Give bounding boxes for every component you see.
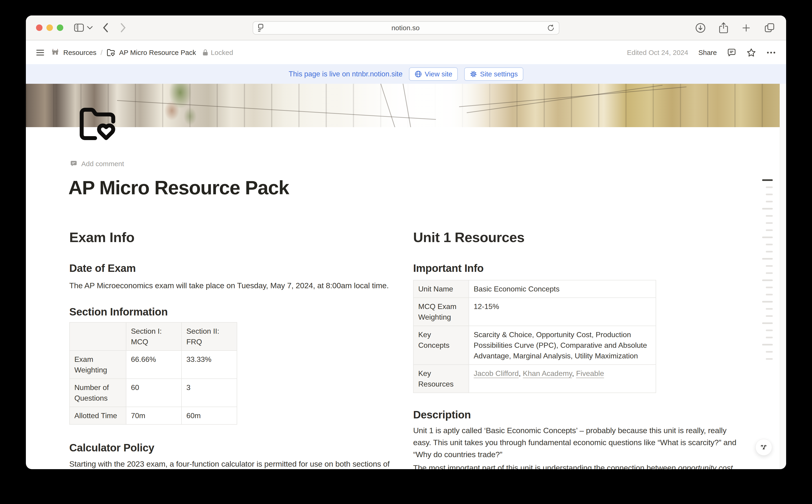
heading-exam-info[interactable]: Exam Info xyxy=(69,229,403,246)
page-title[interactable]: AP Micro Resource Pack xyxy=(68,177,289,199)
globe-icon xyxy=(415,70,422,78)
text-line: easy. This unit takes you through fundam… xyxy=(413,436,746,448)
description-paragraph-1[interactable]: Unit 1 is aptly called ‘Basic Economic C… xyxy=(413,424,746,460)
heading-date-of-exam[interactable]: Date of Exam xyxy=(69,261,403,275)
outline-mark[interactable] xyxy=(766,251,773,252)
outline-mark[interactable] xyxy=(766,337,773,338)
notion-topbar: Resources / AP Micro Resource Pack Locke… xyxy=(26,41,786,64)
table-row: Unit NameBasic Economic Concepts xyxy=(413,280,656,298)
table-cell: 33.33% xyxy=(181,351,237,379)
share-page-button[interactable]: Share xyxy=(698,49,717,57)
chevron-down-icon[interactable] xyxy=(87,26,93,30)
add-comment-button[interactable]: Add comment xyxy=(70,160,124,168)
heading-important-info[interactable]: Important Info xyxy=(413,261,746,275)
new-tab-icon[interactable] xyxy=(741,23,751,33)
reader-view-icon[interactable] xyxy=(257,24,264,32)
add-comment-label: Add comment xyxy=(81,160,124,168)
outline-mark[interactable] xyxy=(766,215,773,217)
outline-mark[interactable] xyxy=(766,287,773,288)
resource-link[interactable]: Fiveable xyxy=(576,369,604,378)
sidebar-toggle-icon[interactable] xyxy=(74,24,84,32)
comments-icon[interactable] xyxy=(727,48,736,57)
outline-mark[interactable] xyxy=(766,294,773,295)
text-line: The most important part of this unit is … xyxy=(413,462,746,469)
outline-mark[interactable] xyxy=(762,279,773,281)
zoom-window-button[interactable] xyxy=(57,24,63,31)
live-site-message: This page is live on ntnbr.notion.site xyxy=(289,70,403,78)
outline-mark[interactable] xyxy=(766,222,773,224)
date-of-exam-text[interactable]: The AP Microeconomics exam will take pla… xyxy=(69,279,403,291)
outline-mark[interactable] xyxy=(766,194,773,195)
table-row: Number of Questions603 xyxy=(69,379,237,407)
downloads-icon[interactable] xyxy=(695,23,706,33)
close-window-button[interactable] xyxy=(36,24,42,31)
address-bar[interactable]: notion.so xyxy=(253,21,559,35)
heading-calculator-policy[interactable]: Calculator Policy xyxy=(69,441,403,455)
cover-image[interactable] xyxy=(26,84,786,127)
table-header-cell: Section I: MCQ xyxy=(126,322,181,351)
table-label-cell: Key Concepts xyxy=(413,326,469,365)
outline-mark[interactable] xyxy=(766,358,773,360)
gear-icon xyxy=(470,70,477,78)
outline-mark[interactable] xyxy=(766,315,773,317)
heading-unit-1-resources[interactable]: Unit 1 Resources xyxy=(413,229,746,246)
site-settings-button[interactable]: Site settings xyxy=(464,67,523,81)
outline-mark[interactable] xyxy=(766,272,773,274)
resource-link[interactable]: Jacob Clifford xyxy=(474,369,519,378)
outline-mark[interactable] xyxy=(762,322,773,324)
outline-mark[interactable] xyxy=(766,308,773,310)
outline-mark[interactable] xyxy=(766,201,773,202)
table-cell: 66.66% xyxy=(126,351,181,379)
resource-link[interactable]: Khan Academy xyxy=(523,369,572,378)
notion-ai-button[interactable] xyxy=(755,439,772,456)
outline-mark[interactable] xyxy=(762,258,773,260)
page-icon-folder-heart[interactable] xyxy=(78,105,116,144)
minimize-window-button[interactable] xyxy=(46,24,53,31)
table-value-cell: 12-15% xyxy=(469,298,656,326)
table-label-cell: MCQ Exam Weighting xyxy=(413,298,469,326)
outline-mark[interactable] xyxy=(766,351,773,353)
view-site-button[interactable]: View site xyxy=(409,67,458,81)
important-info-table[interactable]: Unit NameBasic Economic ConceptsMCQ Exam… xyxy=(413,280,656,393)
hamburger-menu-icon[interactable] xyxy=(36,49,44,56)
outline-mark[interactable] xyxy=(762,179,773,181)
section-information-table[interactable]: Section I: MCQSection II: FRQExam Weight… xyxy=(69,322,237,425)
outline-mark[interactable] xyxy=(762,344,773,345)
outline-mark[interactable] xyxy=(766,186,773,188)
back-button[interactable] xyxy=(102,23,108,33)
lock-icon xyxy=(202,49,209,56)
folder-heart-icon xyxy=(107,48,115,57)
table-header-cell: Section II: FRQ xyxy=(181,322,237,351)
refresh-icon[interactable] xyxy=(547,24,555,32)
outline-mark[interactable] xyxy=(762,301,773,303)
content-columns: Exam Info Date of Exam The AP Microecono… xyxy=(69,229,746,469)
table-label-cell: Unit Name xyxy=(413,280,469,298)
forward-button[interactable] xyxy=(120,23,126,33)
outline-mark[interactable] xyxy=(762,237,773,238)
scrollbar-track[interactable] xyxy=(780,84,786,469)
table-cell: 3 xyxy=(181,379,237,407)
breadcrumb-page[interactable]: AP Micro Resource Pack xyxy=(119,49,196,57)
heading-section-information[interactable]: Section Information xyxy=(69,305,403,319)
calculator-policy-text[interactable]: Starting with the 2023 exam, a four-func… xyxy=(69,458,403,469)
breadcrumb-workspace[interactable]: Resources xyxy=(63,49,96,57)
share-icon[interactable] xyxy=(719,22,728,34)
tab-overview-icon[interactable] xyxy=(764,22,775,33)
more-options-icon[interactable] xyxy=(766,48,776,57)
outline-mark[interactable] xyxy=(766,330,773,331)
table-cell: 70m xyxy=(126,407,181,424)
url-text: notion.so xyxy=(264,24,547,32)
outline-mark[interactable] xyxy=(766,244,773,245)
locked-badge[interactable]: Locked xyxy=(202,49,233,57)
ai-face-icon xyxy=(759,442,769,452)
favorite-star-icon[interactable] xyxy=(746,48,756,57)
table-row: Key ConceptsScarcity & Choice, Opportuni… xyxy=(413,326,656,365)
outline-minimap[interactable] xyxy=(762,179,773,365)
heading-description[interactable]: Description xyxy=(413,408,746,422)
outline-mark[interactable] xyxy=(766,265,773,267)
outline-mark[interactable] xyxy=(766,229,773,231)
description-paragraph-2[interactable]: The most important part of this unit is … xyxy=(413,462,746,469)
outline-mark[interactable] xyxy=(762,208,773,210)
table-label-cell: Key Resources xyxy=(413,365,469,393)
safari-window: notion.so xyxy=(26,15,786,469)
